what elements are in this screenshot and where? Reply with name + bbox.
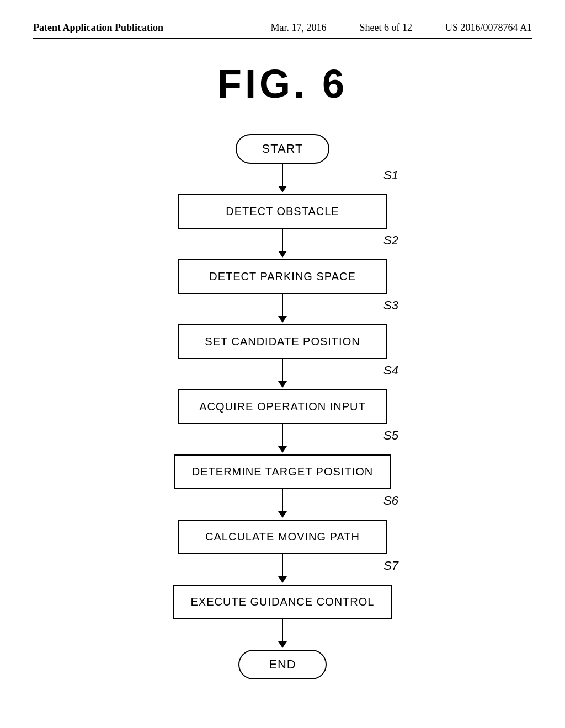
step-s1-box: DETECT OBSTACLE — [178, 194, 387, 229]
step-s6-box: CALCULATE MOVING PATH — [178, 520, 387, 554]
flowchart: START S1 DETECT OBSTACLE S2 DETECT PARKI… — [33, 134, 532, 679]
end-node: END — [238, 650, 327, 679]
step-s4-box: ACQUIRE OPERATION INPUT — [178, 389, 387, 424]
step-label-s2: S2 — [383, 233, 398, 248]
step-s6-node: CALCULATE MOVING PATH — [178, 520, 387, 554]
step-s3-node: SET CANDIDATE POSITION — [178, 324, 387, 359]
step-s4-node: ACQUIRE OPERATION INPUT — [178, 389, 387, 424]
step-s2-box: DETECT PARKING SPACE — [178, 259, 387, 294]
header-publication-label: Patent Application Publication — [33, 22, 163, 34]
header: Patent Application Publication Mar. 17, … — [33, 22, 532, 39]
step-s5-node: DETERMINE TARGET POSITION — [174, 454, 391, 489]
header-patent-number: US 2016/0078764 A1 — [445, 22, 532, 34]
end-terminal: END — [238, 650, 327, 679]
step-label-s5: S5 — [383, 429, 398, 443]
header-right: Mar. 17, 2016 Sheet 6 of 12 US 2016/0078… — [270, 22, 532, 34]
step-label-s3: S3 — [383, 298, 398, 313]
step-s5-box: DETERMINE TARGET POSITION — [174, 454, 391, 489]
step-s1-node: DETECT OBSTACLE — [178, 194, 387, 229]
step-s7-box: EXECUTE GUIDANCE CONTROL — [173, 585, 392, 619]
step-label-s4: S4 — [383, 363, 398, 378]
page: Patent Application Publication Mar. 17, … — [0, 0, 565, 728]
step-s7-node: EXECUTE GUIDANCE CONTROL — [173, 585, 392, 619]
step-label-s7: S7 — [383, 559, 398, 573]
step-label-s6: S6 — [383, 494, 398, 508]
step-s2-node: DETECT PARKING SPACE — [178, 259, 387, 294]
header-date: Mar. 17, 2016 — [270, 22, 326, 34]
header-sheet: Sheet 6 of 12 — [359, 22, 412, 34]
start-node: START — [236, 134, 329, 164]
step-label-s1: S1 — [383, 168, 398, 183]
figure-title: FIG. 6 — [33, 61, 532, 106]
step-s3-box: SET CANDIDATE POSITION — [178, 324, 387, 359]
start-terminal: START — [236, 134, 329, 164]
